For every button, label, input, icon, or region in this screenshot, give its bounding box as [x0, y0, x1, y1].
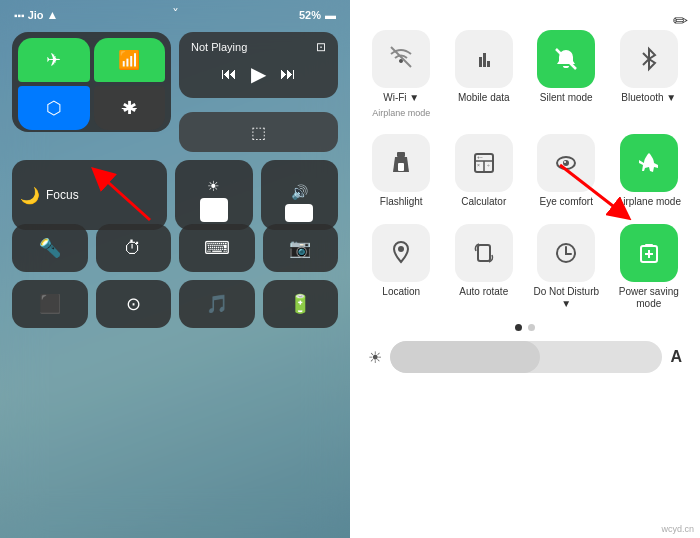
- flashlight-tile[interactable]: Flashlight: [364, 134, 439, 208]
- wifi-tile-icon: [372, 30, 430, 88]
- flashlight-icon: 🔦: [39, 237, 61, 259]
- qr-icon: ⬛: [39, 293, 61, 315]
- watermark: wcyd.cn: [661, 524, 694, 534]
- bluetooth-tile[interactable]: Bluetooth ▼: [612, 30, 687, 118]
- focus-icon: 🌙: [20, 186, 40, 205]
- page-dots: [360, 318, 690, 337]
- svg-rect-3: [397, 152, 405, 157]
- auto-rotate-icon-wrap: [455, 224, 513, 282]
- bluetooth-icon-wrap: [620, 30, 678, 88]
- mobile-data-tile[interactable]: Mobile data: [447, 30, 522, 118]
- brightness-row: ☀ A: [360, 337, 690, 377]
- silent-mode-tile[interactable]: Silent mode: [529, 30, 604, 118]
- battery-percent: 52%: [299, 9, 321, 21]
- screen-mirror-btn[interactable]: ⬚: [179, 112, 338, 152]
- power-saving-label: Power saving mode: [612, 286, 687, 310]
- svg-rect-18: [645, 244, 653, 247]
- connectivity-block: ✈ 📶 ⬡ ✱: [12, 32, 171, 132]
- brightness-slider[interactable]: ☀: [175, 160, 253, 230]
- prev-btn[interactable]: ⏮: [221, 65, 237, 83]
- silent-mode-icon: [537, 30, 595, 88]
- shazam-btn[interactable]: 🎵: [179, 280, 255, 328]
- drag-chevron[interactable]: ˅: [172, 6, 179, 22]
- dot-1[interactable]: [515, 324, 522, 331]
- focus-label: Focus: [46, 188, 79, 202]
- status-left: ▪▪▪ Jio ▲: [14, 8, 58, 22]
- svg-text:÷: ÷: [487, 162, 490, 168]
- play-btn[interactable]: ▶: [251, 62, 266, 86]
- timer-icon: ⏱: [124, 238, 142, 259]
- auto-rotate-label: Auto rotate: [459, 286, 508, 298]
- dnd-label: Do Not Disturb ▼: [529, 286, 604, 310]
- camera-icon: 📷: [289, 237, 311, 259]
- volume-icon: 🔊: [291, 184, 308, 200]
- bluetooth-btn[interactable]: ✱: [94, 86, 166, 130]
- calculator-icon: ⌨: [204, 237, 230, 259]
- wifi-icon: ⬡: [46, 97, 62, 119]
- wifi-status-icon: ▲: [47, 8, 59, 22]
- cellular-icon: 📶: [118, 49, 140, 71]
- shazam-icon: 🎵: [206, 293, 228, 315]
- red-arrow-left: [80, 160, 160, 234]
- calculator-btn[interactable]: ⌨: [179, 224, 255, 272]
- wifi-btn[interactable]: ⬡: [18, 86, 90, 130]
- volume-fill: [285, 204, 313, 222]
- mobile-data-label: Mobile data: [458, 92, 510, 104]
- camera-btn[interactable]: 📷: [263, 224, 339, 272]
- airplane-mode-btn[interactable]: ✈: [18, 38, 90, 82]
- silent-mode-label: Silent mode: [540, 92, 593, 104]
- calculator-tile[interactable]: +− × ÷ Calculator: [447, 134, 522, 208]
- svg-text:×: ×: [477, 162, 480, 168]
- brightness-icon: ☀: [207, 178, 220, 194]
- tiles-row-1: Wi-Fi ▼ Airplane mode Mobile data: [360, 10, 690, 126]
- svg-point-14: [398, 246, 404, 252]
- tiles-row-2: Flashlight +− × ÷ Calculator: [360, 126, 690, 216]
- flashlight-btn[interactable]: 🔦: [12, 224, 88, 272]
- media-player: Not Playing ⊡ ⏮ ▶ ⏭: [179, 32, 338, 98]
- svg-text:+−: +−: [477, 154, 483, 160]
- auto-brightness-label[interactable]: A: [670, 348, 682, 366]
- ios-control-center: ˅ ▪▪▪ Jio ▲ 52% ▬ ✈ 📶: [0, 0, 350, 538]
- bottom-row-1: 🔦 ⏱ ⌨ 📷: [12, 224, 338, 272]
- dot-2[interactable]: [528, 324, 535, 331]
- cellular-btn[interactable]: 📶: [94, 38, 166, 82]
- airplay-icon[interactable]: ⊡: [316, 40, 326, 54]
- record-btn[interactable]: ⊙: [96, 280, 172, 328]
- wifi-tile-label: Wi-Fi ▼: [383, 92, 419, 104]
- qr-btn[interactable]: ⬛: [12, 280, 88, 328]
- auto-rotate-tile[interactable]: Auto rotate: [447, 224, 522, 310]
- screen-mirror-icon: ⬚: [251, 123, 266, 142]
- media-controls: ⏮ ▶ ⏭: [191, 58, 326, 90]
- bluetooth-icon: ✱: [122, 97, 137, 119]
- record-icon: ⊙: [126, 293, 141, 315]
- svg-rect-15: [478, 245, 490, 261]
- brightness-fill: [200, 198, 228, 222]
- battery-2-icon: 🔋: [289, 293, 311, 315]
- bottom-row-2: ⬛ ⊙ 🎵 🔋: [12, 280, 338, 328]
- next-btn[interactable]: ⏭: [280, 65, 296, 83]
- edit-icon[interactable]: ✏: [673, 10, 688, 32]
- carrier-name: Jio: [28, 9, 44, 21]
- wifi-tile[interactable]: Wi-Fi ▼ Airplane mode: [364, 30, 439, 118]
- wifi-tile-svg: [387, 43, 415, 76]
- svg-line-0: [100, 175, 150, 220]
- airplane-icon: ✈: [46, 49, 61, 71]
- flashlight-icon-wrap: [372, 134, 430, 192]
- brightness-bar[interactable]: [390, 341, 662, 373]
- volume-slider[interactable]: 🔊: [261, 160, 339, 230]
- location-tile[interactable]: Location: [364, 224, 439, 310]
- location-label: Location: [382, 286, 420, 298]
- calculator-label: Calculator: [461, 196, 506, 208]
- svg-rect-4: [398, 163, 404, 171]
- media-title: Not Playing: [191, 41, 247, 53]
- mobile-data-icon: [455, 30, 513, 88]
- wifi-tile-sublabel: Airplane mode: [372, 108, 430, 118]
- control-center-content: ✈ 📶 ⬡ ✱ Not Playing: [0, 26, 350, 334]
- signal-bars: ▪▪▪: [14, 10, 25, 21]
- android-control-center: ✏ Wi-Fi ▼ Airplane mode: [350, 0, 700, 538]
- battery-icon: ▬: [325, 9, 336, 21]
- bluetooth-label: Bluetooth ▼: [621, 92, 676, 104]
- battery-btn[interactable]: 🔋: [263, 280, 339, 328]
- calculator-icon-wrap: +− × ÷: [455, 134, 513, 192]
- location-icon-wrap: [372, 224, 430, 282]
